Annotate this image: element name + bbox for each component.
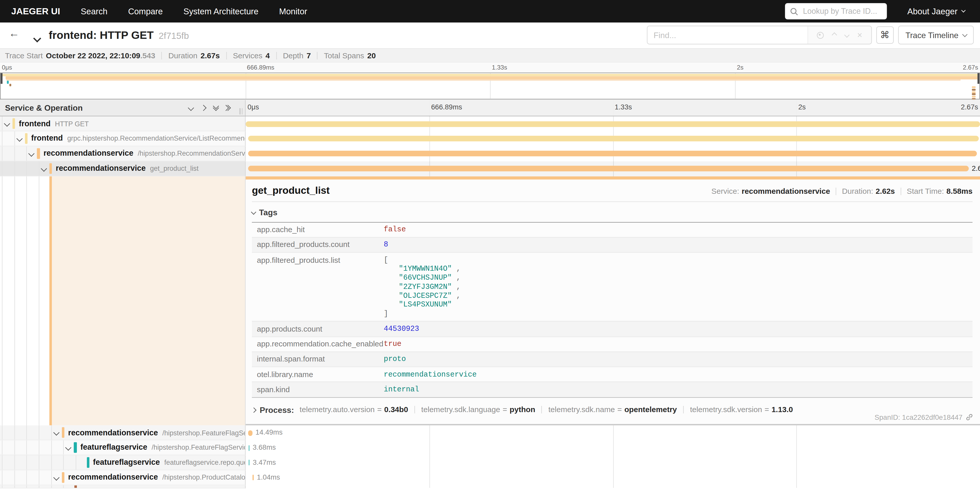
span-tree-toggle[interactable] [67, 445, 72, 449]
clear-find-icon[interactable]: × [857, 31, 862, 40]
collapse-all-icon[interactable] [213, 105, 220, 111]
find-input[interactable] [648, 27, 807, 44]
trace-id-lookup[interactable] [785, 3, 887, 20]
expand-one-icon[interactable] [200, 105, 207, 112]
indent-guide [27, 455, 39, 469]
tag-row[interactable]: app.filtered_products.list["1YMWWN1N4O" … [252, 252, 973, 321]
back-arrow-button[interactable]: ← [9, 28, 19, 40]
tag-row[interactable]: app.cache_hitfalse [252, 222, 973, 237]
trace-collapse-toggle[interactable] [35, 33, 40, 44]
indent-guide [27, 470, 39, 484]
span-row-timeline-cell[interactable]: 1.04ms [245, 470, 980, 485]
span-row-timeline-cell[interactable]: 2.62s [245, 161, 980, 176]
process-section-toggle[interactable]: Process: telemetry.auto.version=0.34b0te… [252, 405, 973, 415]
prev-match-icon[interactable] [832, 34, 836, 37]
trace-timeline: Service & Operation 0μs666.89ms1.33s2s2.… [0, 100, 980, 488]
tag-row[interactable]: app.filtered_products.count8 [252, 237, 973, 252]
minimap-right-handle[interactable] [978, 73, 979, 84]
timeline-tick-label: 2.67s [963, 64, 978, 71]
span-row-timeline-cell[interactable]: 3.68ms [245, 440, 980, 455]
app-logo[interactable]: JAEGER UI [11, 6, 60, 16]
tag-value: 8 [384, 240, 388, 249]
timeline-tick-label: 2s [737, 64, 743, 71]
span-row[interactable]: recommendationservice/hipstershop.Produc… [0, 470, 980, 485]
tag-value: recommendationservice [384, 370, 477, 379]
top-nav: JAEGER UI SearchCompareSystem Architectu… [0, 0, 980, 23]
span-row-timeline-cell[interactable] [245, 146, 980, 161]
nav-item-search[interactable]: Search [81, 6, 108, 16]
indent-guide [14, 485, 27, 488]
span-duration-bar [248, 430, 252, 436]
column-resizer[interactable] [239, 108, 242, 114]
trace-minimap-scrubber[interactable] [0, 72, 980, 100]
span-row[interactable]: recommendationserviceget_product_list2.6… [0, 161, 980, 176]
duration-label: Duration [169, 51, 197, 60]
timeline-tick-label: 1.33s [492, 64, 507, 71]
span-row-timeline-cell[interactable]: 14.49ms [245, 425, 980, 440]
span-tree-toggle[interactable] [5, 121, 11, 126]
indent-guide [39, 425, 51, 440]
span-row-name-cell: frontendgrpc.hipstershop.RecommendationS… [0, 131, 245, 146]
next-match-icon[interactable] [845, 34, 849, 37]
keyboard-shortcuts-button[interactable]: ⌘ [876, 27, 894, 44]
span-tree-toggle[interactable] [54, 475, 60, 479]
span-detail-panel: get_product_list Service: recommendation… [245, 176, 980, 425]
span-row-timeline-cell[interactable] [245, 485, 980, 488]
timeline-tick-label: 2s [799, 103, 806, 111]
tag-row[interactable]: app.recommendation.cache_enabledtrue [252, 336, 973, 351]
about-jaeger-label: About Jaeger [907, 6, 957, 16]
span-row[interactable]: featureflagservicefeatureflagservice.rep… [0, 455, 980, 470]
tags-section-toggle[interactable]: Tags [252, 208, 973, 217]
minimap-left-handle[interactable] [0, 73, 2, 84]
focus-match-icon[interactable] [817, 32, 824, 39]
timeline-tick-label: 1.33s [615, 103, 632, 111]
nav-item-system-architecture[interactable]: System Architecture [183, 6, 259, 16]
span-row[interactable]: featureflagservice/hipstershop.FeatureFl… [0, 440, 980, 455]
span-tree-toggle[interactable] [54, 431, 60, 434]
span-row[interactable]: frontendgrpc.hipstershop.RecommendationS… [0, 131, 980, 146]
span-tree-toggle[interactable] [42, 166, 48, 171]
nav-item-monitor[interactable]: Monitor [279, 6, 307, 16]
tag-key: app.filtered_products.count [257, 240, 384, 249]
span-tree-toggle[interactable] [18, 137, 23, 140]
total-spans-value: 20 [368, 51, 376, 60]
span-tree-toggle[interactable] [30, 152, 35, 155]
indent-guide [64, 440, 64, 455]
nav-item-compare[interactable]: Compare [128, 6, 163, 16]
expand-all-icon[interactable] [225, 105, 231, 112]
minimap-span-tick [6, 81, 9, 84]
span-row[interactable] [0, 485, 980, 488]
view-selector-button[interactable]: Trace Timeline [898, 26, 974, 45]
span-row[interactable]: frontendHTTP GET [0, 117, 980, 131]
span-row-timeline-cell[interactable]: 3.47ms [245, 455, 980, 470]
copy-link-icon[interactable] [966, 413, 973, 421]
span-row[interactable]: recommendationservice/hipstershop.Recomm… [0, 146, 980, 161]
service-name: recommendationservice [68, 428, 158, 437]
span-row-name-cell: frontendHTTP GET [0, 117, 245, 131]
separator [542, 406, 542, 413]
trace-id-lookup-input[interactable] [802, 6, 881, 16]
separator [414, 406, 415, 413]
indent-guide [2, 455, 14, 469]
start-time-meta-label: Start Time: [907, 187, 944, 196]
span-row-timeline-cell[interactable] [245, 131, 980, 146]
indent-guide [39, 470, 51, 484]
span-row[interactable]: recommendationservice/hipstershop.Featur… [0, 425, 980, 440]
minimap-span-tick [972, 93, 976, 95]
tag-key: otel.library.name [257, 370, 384, 379]
service-color-bar [62, 472, 64, 483]
indent-guide [14, 161, 27, 176]
span-row-timeline-cell[interactable] [245, 117, 980, 131]
indent-guide [2, 117, 2, 131]
indent-guide [14, 455, 27, 469]
about-jaeger-menu[interactable]: About Jaeger [907, 6, 965, 16]
tag-row[interactable]: span.kindinternal [252, 382, 973, 397]
tag-row[interactable]: internal.span.formatproto [252, 351, 973, 367]
collapse-one-icon[interactable] [188, 105, 194, 112]
indent-guide [27, 425, 39, 440]
tag-row[interactable]: app.products.count44530923 [252, 321, 973, 336]
process-tag: telemetry.sdk.name=opentelemetry [548, 405, 677, 414]
tag-row[interactable]: otel.library.namerecommendationservice [252, 367, 973, 381]
operation-name: /hipstershop.RecommendationService/Lis… [138, 150, 245, 157]
jaeger-trace-page: JAEGER UI SearchCompareSystem Architectu… [0, 0, 980, 498]
